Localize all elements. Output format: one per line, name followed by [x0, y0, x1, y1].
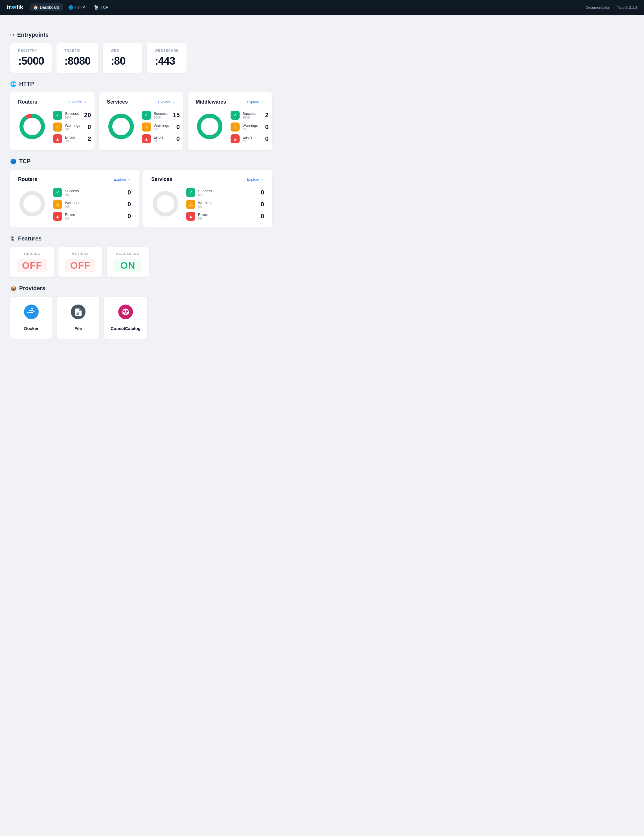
tcp-routers-card: Routers Explore → ✓ Success: [10, 170, 139, 227]
http-header: 🌐 HTTP: [10, 81, 272, 87]
success-label-group: Success 91%: [65, 111, 80, 119]
svg-rect-18: [77, 313, 79, 314]
http-routers-body: ✓ Success 91% 20 ⚠ Warnings 0% 0: [18, 111, 86, 144]
svg-rect-12: [31, 312, 33, 313]
svg-rect-19: [77, 314, 79, 315]
globe-icon: 🌐: [68, 5, 73, 10]
entry-registry-label: REGISTRY: [18, 49, 44, 52]
svg-point-24: [122, 312, 125, 314]
tcp-icon: 📡: [94, 5, 99, 10]
providers-icon: 📦: [10, 285, 16, 292]
tcp-services-title: Services: [151, 176, 172, 182]
http-stats-grid: Routers Explore →: [10, 92, 272, 150]
providers-grid: Docker File: [10, 297, 272, 339]
version-label: Traefik 2.1.3: [617, 5, 637, 10]
http-middlewares-donut: [196, 112, 224, 142]
nav-tcp[interactable]: 📡 TCP: [91, 3, 112, 11]
error-badge: ▲: [53, 134, 62, 144]
entrypoints-title: Entrypoints: [17, 32, 49, 38]
svg-point-6: [199, 116, 220, 137]
features-title: Features: [18, 235, 41, 242]
http-routers-card: Routers Explore →: [10, 92, 95, 150]
http-routers-stats: ✓ Success 91% 20 ⚠ Warnings 0% 0: [53, 111, 91, 144]
entry-registry-port: :5000: [18, 55, 44, 67]
svg-rect-15: [31, 308, 33, 309]
provider-docker: Docker: [10, 297, 52, 339]
warning-badge: ⚠: [186, 200, 195, 209]
http-middlewares-card: Middlewares Explore → ✓: [187, 92, 272, 150]
http-routers-errors-row: ▲ Errors 9% 2: [53, 134, 91, 144]
navbar: træfik 🏠 Dashboard 🌐 HTTP 📡 TCP Document…: [0, 0, 644, 15]
http-title: HTTP: [19, 81, 34, 87]
http-routers-donut: [18, 112, 46, 142]
http-services-explore[interactable]: Explore →: [158, 100, 175, 104]
tcp-services-card: Services Explore → ✓ Success: [143, 170, 272, 227]
success-badge: ✓: [142, 111, 151, 120]
svg-point-22: [124, 309, 127, 311]
entry-traefik-port: :8080: [64, 55, 90, 67]
arrow-icon: →: [261, 100, 264, 104]
logo: træfik: [7, 4, 23, 11]
svg-point-9: [24, 305, 39, 319]
entrypoints-grid: REGISTRY :5000 TRAEFIK :8080 WEB :80 WEB…: [10, 43, 272, 73]
http-routers-warnings-row: ⚠ Warnings 0% 0: [53, 122, 91, 132]
http-middlewares-title: Middlewares: [196, 99, 226, 105]
features-header: 🎛 Features: [10, 235, 272, 242]
http-routers-explore[interactable]: Explore →: [69, 100, 86, 104]
svg-point-4: [110, 116, 132, 137]
entry-traefik: TRAEFIK :8080: [57, 43, 98, 73]
feature-metrics: METRICS OFF: [59, 247, 102, 277]
tcp-header: 🔵 TCP: [10, 158, 272, 165]
entry-web-port: :80: [111, 55, 134, 67]
svg-point-25: [125, 311, 126, 313]
svg-rect-11: [29, 312, 31, 313]
http-services-donut: [107, 112, 135, 142]
tcp-section-icon: 🔵: [10, 158, 16, 165]
warning-badge: ⚠: [142, 122, 151, 132]
entry-traefik-label: TRAEFIK: [64, 49, 90, 52]
warning-badge: ⚠: [231, 122, 240, 132]
tcp-stats-grid: Routers Explore → ✓ Success: [10, 170, 272, 227]
svg-rect-13: [29, 310, 31, 311]
nav-dashboard[interactable]: 🏠 Dashboard: [30, 3, 63, 11]
feature-tracing: TRACING OFF: [10, 247, 54, 277]
svg-point-23: [126, 312, 129, 314]
http-middlewares-explore[interactable]: Explore →: [247, 100, 264, 104]
features-icon: 🎛: [10, 236, 15, 242]
entry-websecure-port: :443: [155, 55, 179, 67]
error-badge: ▲: [53, 212, 62, 221]
tcp-routers-explore[interactable]: Explore →: [114, 177, 131, 181]
providers-header: 📦 Providers: [10, 285, 272, 292]
main-content: ↪ Entrypoints REGISTRY :5000 TRAEFIK :80…: [0, 15, 282, 348]
error-badge: ▲: [231, 134, 240, 144]
file-icon: [71, 305, 85, 322]
arrow-icon: →: [171, 100, 175, 104]
warning-badge: ⚠: [53, 200, 62, 209]
docker-icon: [24, 305, 39, 322]
http-icon: 🌐: [10, 81, 16, 87]
http-services-card: Services Explore → ✓ Su: [99, 92, 183, 150]
nav-dashboard-label: Dashboard: [40, 5, 59, 10]
tcp-routers-donut: [18, 189, 46, 219]
provider-consul: ConsulCatalog: [104, 297, 147, 339]
success-badge: ✓: [53, 111, 62, 120]
nav-right: Documentation Traefik 2.1.3: [585, 5, 637, 10]
http-routers-success-row: ✓ Success 91% 20: [53, 111, 91, 120]
documentation-link[interactable]: Documentation: [585, 5, 610, 10]
nav-http[interactable]: 🌐 HTTP: [65, 3, 89, 11]
error-badge: ▲: [186, 212, 195, 221]
svg-point-1: [21, 116, 43, 137]
features-grid: TRACING OFF METRICS OFF ACCESSLOG ON: [10, 247, 272, 277]
consul-icon: [118, 305, 133, 322]
tcp-services-donut: [151, 189, 179, 219]
tcp-services-explore[interactable]: Explore →: [247, 177, 264, 181]
http-services-title: Services: [107, 99, 128, 105]
arrow-icon: →: [127, 177, 131, 181]
entrypoints-header: ↪ Entrypoints: [10, 32, 272, 38]
success-badge: ✓: [53, 188, 62, 197]
entrypoints-icon: ↪: [10, 32, 15, 38]
tcp-routers-title: Routers: [18, 176, 37, 182]
svg-rect-14: [31, 310, 33, 311]
http-routers-title: Routers: [18, 99, 37, 105]
entry-websecure: WEBSECURE :443: [147, 43, 186, 73]
